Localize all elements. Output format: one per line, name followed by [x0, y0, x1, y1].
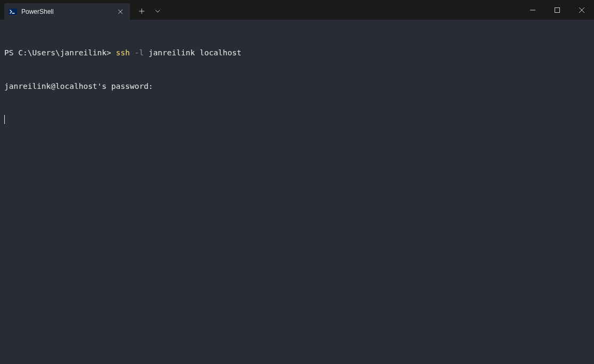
command-name: ssh — [116, 48, 130, 57]
password-prompt: janreilink@localhost's password: — [4, 82, 153, 90]
new-tab-button[interactable] — [134, 4, 149, 19]
terminal-line-1: PS C:\Users\janreilink> ssh -l janreilin… — [4, 47, 590, 59]
command-args: janreilink localhost — [144, 48, 241, 57]
command-flag: -l — [130, 48, 144, 57]
terminal-cursor-line — [4, 114, 590, 126]
svg-rect-7 — [555, 7, 560, 12]
tab-powershell[interactable]: PowerShell — [4, 3, 130, 20]
tab-title: PowerShell — [21, 8, 112, 15]
window-controls — [520, 0, 594, 20]
terminal-line-2: janreilink@localhost's password: — [4, 81, 590, 92]
maximize-button[interactable] — [545, 0, 569, 20]
tab-close-button[interactable] — [116, 7, 125, 16]
svg-rect-0 — [9, 9, 17, 15]
prompt-prefix: PS C:\Users\janreilink> — [4, 48, 116, 57]
terminal-content[interactable]: PS C:\Users\janreilink> ssh -l janreilin… — [0, 20, 594, 142]
powershell-icon — [9, 7, 17, 16]
minimize-button[interactable] — [520, 0, 545, 20]
tab-dropdown-button[interactable] — [150, 4, 165, 19]
titlebar: PowerShell — [0, 0, 594, 20]
cursor — [4, 115, 5, 124]
close-window-button[interactable] — [569, 0, 594, 20]
tabs-area: PowerShell — [4, 0, 165, 20]
